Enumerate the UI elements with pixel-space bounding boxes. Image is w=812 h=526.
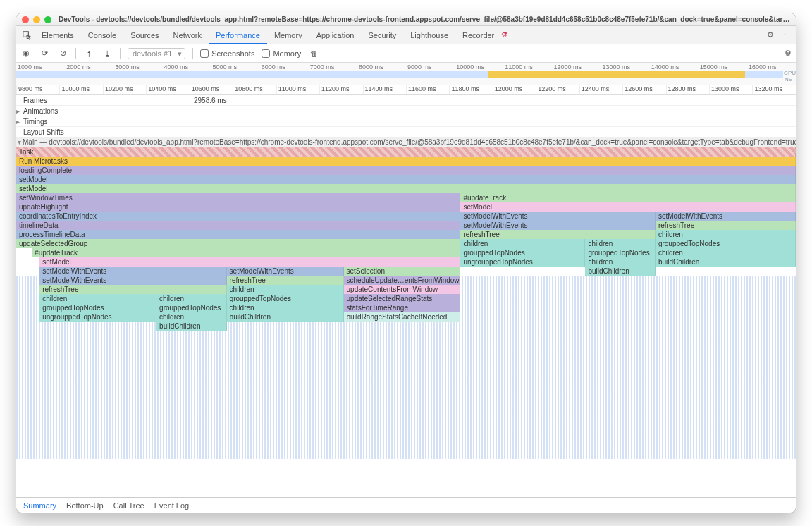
flame-entry[interactable]: #updateTrack	[460, 193, 796, 202]
flame-entry[interactable]: refreshTree	[656, 221, 796, 230]
context-select[interactable]: devtools #1	[128, 48, 185, 59]
flame-entry[interactable]: buildChildren	[227, 312, 344, 322]
chevron-down-icon[interactable]: ▾	[18, 138, 21, 146]
flame-entry[interactable]: statsForTimeRange	[344, 303, 461, 312]
tab-console[interactable]: Console	[81, 26, 123, 44]
record-icon[interactable]: ◉	[20, 49, 32, 58]
flame-entry[interactable]: ungrouppedTopNodes	[39, 312, 156, 322]
tab-sources[interactable]: Sources	[123, 26, 166, 44]
flame-entry[interactable]: refreshTree	[460, 230, 656, 239]
tab-lighthouse[interactable]: Lighthouse	[403, 26, 455, 44]
screenshots-checkbox[interactable]: Screenshots	[200, 49, 254, 58]
flame-entry[interactable]: grouppedTopNodes	[460, 248, 585, 257]
animations-track[interactable]: ▸Animations	[16, 106, 796, 116]
overview-minimap[interactable]: 1000 ms2000 ms3000 ms4000 ms5000 ms6000 …	[16, 63, 796, 85]
overview-selection[interactable]	[488, 71, 745, 78]
minimize-icon[interactable]	[33, 16, 40, 23]
flame-entry[interactable]: coordinatesToEntryIndex	[16, 212, 460, 221]
details-tab-bottom-up[interactable]: Bottom-Up	[66, 501, 104, 510]
flame-entry[interactable]: updateSelectedRangeStats	[344, 294, 461, 303]
flame-entry[interactable]: setModelWithEvents	[460, 221, 656, 230]
timings-track[interactable]: ▸Timings	[16, 116, 796, 127]
flame-entry[interactable]: refreshTree	[227, 276, 344, 285]
settings-icon[interactable]: ⚙	[767, 30, 774, 39]
flame-entry[interactable]: grouppedTopNodes	[156, 303, 227, 312]
tab-application[interactable]: Application	[309, 26, 362, 44]
flame-entry[interactable]: grouppedTopNodes	[39, 303, 156, 312]
flame-entry[interactable]: updateSelectedGroup	[16, 239, 460, 248]
main-thread-header[interactable]: ▾Main — devtools://devtools/bundled/devt…	[16, 137, 796, 147]
memory-checkbox[interactable]: Memory	[262, 49, 301, 58]
flame-entry[interactable]: children	[656, 230, 796, 239]
flame-entry[interactable]: grouppedTopNodes	[656, 239, 796, 248]
tab-memory[interactable]: Memory	[267, 26, 309, 44]
flame-entry[interactable]: scheduleUpdate…entsFromWindow	[344, 276, 461, 285]
flame-entry[interactable]: refreshTree	[39, 285, 226, 294]
flame-entry[interactable]: buildChildren	[585, 267, 656, 276]
flame-entry[interactable]: buildRangeStatsCacheIfNeeded	[344, 312, 461, 322]
flame-entry[interactable]: updateHighlight	[16, 202, 460, 212]
timeline-ruler[interactable]: 9800 ms10000 ms10200 ms10400 ms10600 ms1…	[16, 85, 796, 95]
details-tab-event-log[interactable]: Event Log	[154, 501, 190, 510]
flame-entry[interactable]: setSelection	[344, 267, 461, 276]
trash-icon[interactable]: 🗑	[308, 49, 319, 58]
flame-entry[interactable]: setWindowTimes	[16, 193, 460, 202]
flame-entry[interactable]: setModel	[16, 175, 796, 184]
flame-entry[interactable]: Run Microtasks	[16, 157, 796, 166]
download-icon[interactable]: ⭳	[102, 49, 113, 58]
details-tabbar: SummaryBottom-UpCall TreeEvent Log	[16, 497, 796, 513]
frames-value: 2958.6 ms	[194, 97, 411, 104]
reload-icon[interactable]: ⟳	[39, 49, 50, 58]
flame-entry[interactable]: setModelWithEvents	[460, 212, 656, 221]
chevron-right-icon[interactable]: ▸	[16, 107, 23, 115]
flame-entry[interactable]: children	[156, 294, 227, 303]
flame-entry[interactable]: setModelWithEvents	[227, 267, 344, 276]
flame-entry[interactable]: #updateTrack	[32, 248, 460, 257]
layout-shifts-track[interactable]: Layout Shifts	[16, 127, 796, 137]
flame-entry[interactable]: setModel	[39, 257, 460, 267]
flame-entry[interactable]: buildChildren	[156, 322, 227, 331]
flame-entry[interactable]: setModel	[16, 184, 796, 193]
flame-entry[interactable]: processTimelineData	[16, 230, 460, 239]
frames-track[interactable]: Frames 2958.6 ms	[16, 95, 796, 106]
titlebar: DevTools - devtools://devtools/bundled/d…	[16, 13, 796, 26]
zoom-icon[interactable]	[44, 16, 51, 23]
upload-icon[interactable]: ⭱	[83, 49, 94, 58]
more-icon[interactable]: ⋮	[781, 30, 789, 39]
flame-entry[interactable]: children	[585, 239, 656, 248]
flame-entry[interactable]: updateContentsFromWindow	[344, 285, 461, 294]
perf-toolbar: ◉ ⟳ ⊘ ⭱ ⭳ devtools #1 Screenshots Memory…	[16, 44, 796, 63]
flame-entry[interactable]: setModelWithEvents	[656, 212, 796, 221]
tab-recorder[interactable]: Recorder	[455, 26, 501, 44]
flame-entry[interactable]: children	[39, 294, 156, 303]
close-icon[interactable]	[22, 16, 29, 23]
flame-entry[interactable]: children	[156, 312, 227, 322]
clear-icon[interactable]: ⊘	[57, 49, 68, 58]
flame-entry[interactable]: setModel	[460, 202, 796, 212]
tab-elements[interactable]: Elements	[35, 26, 81, 44]
flame-entry[interactable]: ungrouppedTopNodes	[460, 257, 585, 267]
flame-entry[interactable]: grouppedTopNodes	[585, 248, 656, 257]
flame-entry[interactable]: children	[656, 248, 796, 257]
flame-chart[interactable]: TaskRun MicrotasksloadingCompletesetMode…	[16, 147, 796, 497]
tab-security[interactable]: Security	[361, 26, 403, 44]
details-tab-call-tree[interactable]: Call Tree	[113, 501, 144, 510]
chevron-right-icon[interactable]: ▸	[16, 118, 23, 126]
devtools-window: DevTools - devtools://devtools/bundled/d…	[16, 13, 796, 513]
flame-entry[interactable]: children	[585, 257, 656, 267]
flame-entry[interactable]: setModelWithEvents	[39, 276, 226, 285]
flame-entry[interactable]: setModelWithEvents	[39, 267, 226, 276]
flame-entry[interactable]: Task	[16, 147, 796, 157]
flame-entry[interactable]: loadingComplete	[16, 166, 796, 175]
flame-entry[interactable]: children	[227, 285, 344, 294]
flame-entry[interactable]: buildChildren	[656, 257, 796, 267]
inspect-element-icon[interactable]	[19, 30, 35, 39]
flame-entry[interactable]: timelineData	[16, 221, 460, 230]
flame-entry[interactable]: children	[227, 303, 344, 312]
flame-entry[interactable]: children	[460, 239, 585, 248]
tab-network[interactable]: Network	[166, 26, 209, 44]
details-tab-summary[interactable]: Summary	[23, 501, 56, 510]
flame-entry[interactable]: grouppedTopNodes	[227, 294, 344, 303]
tab-performance[interactable]: Performance	[209, 26, 267, 44]
perf-settings-icon[interactable]: ⚙	[785, 49, 792, 57]
